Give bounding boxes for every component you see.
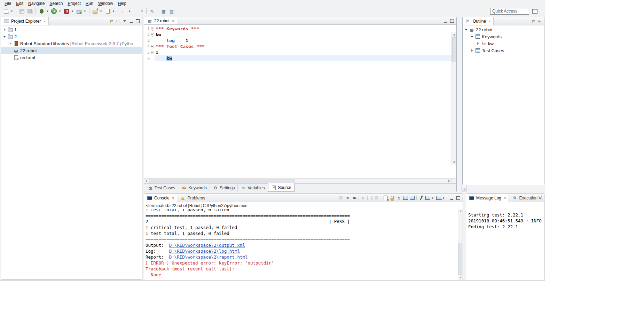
outline-item-test-cases[interactable]: Test Cases [463, 47, 544, 54]
minimize-button[interactable] [448, 195, 455, 201]
editor-tab-22-robot[interactable]: 22.robot× [144, 17, 177, 24]
project-item-2[interactable]: 2 [1, 33, 142, 40]
scroll-right-button[interactable] [447, 179, 451, 183]
editor-body[interactable]: 1*** Keywords ***2kw3 log 14*** Test Cas… [144, 25, 456, 178]
scroll-down-button[interactable] [452, 160, 456, 165]
maximize-button[interactable] [455, 195, 462, 201]
scroll-down-button[interactable] [458, 275, 463, 280]
link-with-editor-button[interactable] [530, 18, 536, 24]
message-log-tab-execution-vi[interactable]: Execution Vi... [509, 194, 544, 202]
console-file-link[interactable]: D:\RED\workspace\2\report.html [169, 254, 248, 260]
remove-launch-button[interactable] [344, 195, 351, 201]
link-with-editor-button[interactable] [108, 18, 115, 24]
suspend-button[interactable] [367, 195, 373, 201]
code-line-3[interactable]: 3 log 1 [144, 38, 451, 44]
open-resource-button[interactable] [104, 7, 111, 15]
close-icon[interactable]: × [172, 196, 174, 200]
terminate-button[interactable] [338, 195, 344, 201]
page-tab-source[interactable]: Source [268, 183, 294, 192]
fold-collapse-icon[interactable] [150, 26, 155, 32]
message-log-tab-message-log[interactable]: Message Log× [466, 194, 509, 202]
maximize-button[interactable] [134, 18, 141, 24]
last-edit-location-button[interactable] [148, 7, 156, 15]
scroll-lock-button[interactable] [389, 195, 395, 201]
fold-collapse-icon[interactable] [150, 49, 155, 55]
new-folder-dropdown-icon[interactable] [99, 9, 103, 13]
menu-project[interactable]: Project [65, 1, 83, 6]
open-perspective-button[interactable] [531, 7, 539, 15]
pin-console-button[interactable] [418, 195, 424, 201]
toggle-grid-view-button[interactable] [168, 7, 175, 15]
editor-horizontal-scrollbar[interactable] [144, 178, 451, 183]
minimize-button[interactable] [442, 17, 449, 24]
scrollbar-thumb[interactable] [452, 37, 456, 62]
display-console-button[interactable] [424, 195, 431, 201]
menu-window[interactable]: Window [96, 1, 116, 6]
terminate-all-button[interactable] [373, 195, 380, 201]
minimize-button[interactable] [128, 18, 134, 24]
scroll-left-button[interactable] [144, 179, 149, 183]
run-button[interactable] [50, 7, 58, 15]
close-icon[interactable]: × [504, 196, 506, 200]
expander-collapsed-icon[interactable] [8, 40, 13, 47]
scrollbar-thumb[interactable] [149, 179, 295, 183]
page-tab-test-cases[interactable]: Test Cases [145, 184, 178, 192]
outline-item-22-robot[interactable]: 22.robot [463, 26, 544, 33]
forward-dropdown-icon[interactable] [140, 9, 144, 13]
page-tab-keywords[interactable]: Keywords [178, 184, 210, 192]
sort-button[interactable] [536, 18, 543, 24]
editor-vertical-scrollbar[interactable] [451, 32, 456, 165]
clear-console-button[interactable] [382, 195, 389, 201]
menu-run[interactable]: Run [83, 1, 96, 6]
remove-all-terminated-button[interactable] [351, 195, 358, 201]
collapse-outline-button[interactable] [462, 186, 466, 191]
external-tools-button[interactable] [75, 7, 83, 15]
page-tab-variables[interactable]: Variables [238, 184, 268, 192]
console-file-link[interactable]: D:\RED\workspace\2\output.xml [169, 243, 245, 248]
show-on-stdout-button[interactable] [402, 195, 409, 201]
scroll-up-button[interactable] [452, 32, 456, 37]
menu-search[interactable]: Search [47, 1, 65, 6]
open-console-dropdown-icon[interactable] [442, 196, 445, 200]
scroll-up-button[interactable] [458, 209, 463, 214]
code-line-1[interactable]: 1*** Keywords *** [144, 26, 451, 32]
expander-collapsed-icon[interactable] [475, 40, 481, 47]
outline-item-kw[interactable]: kw [463, 40, 544, 47]
console-file-link[interactable]: D:\RED\workspace\2\log.html [169, 249, 240, 254]
display-console-dropdown-icon[interactable] [431, 196, 434, 200]
fold-collapse-icon[interactable] [150, 44, 155, 49]
new-button[interactable] [2, 7, 10, 15]
expander-collapsed-icon[interactable] [2, 26, 7, 33]
debug-button[interactable] [38, 7, 45, 15]
project-item-red-xml[interactable]: red.xml [1, 54, 142, 61]
console-vertical-scrollbar[interactable] [458, 209, 463, 280]
console-tab-console[interactable]: Console× [144, 194, 177, 202]
expander-expanded-icon[interactable] [463, 26, 469, 33]
open-resource-dropdown-icon[interactable] [112, 9, 115, 13]
code-line-6[interactable]: 6 kw [144, 55, 451, 61]
external-tools-dropdown-icon[interactable] [83, 9, 87, 13]
page-tab-settings[interactable]: Settings [210, 184, 238, 192]
run-config-dropdown-icon[interactable] [71, 9, 74, 13]
run-config-button[interactable] [63, 7, 70, 15]
fold-collapse-icon[interactable] [150, 32, 155, 38]
code-line-4[interactable]: 4*** Test Cases *** [144, 44, 451, 49]
new-dropdown-icon[interactable] [10, 9, 14, 13]
project-item-robot-standard-libraries[interactable]: Robot Standard libraries [Robot Framewor… [1, 40, 142, 47]
close-icon[interactable]: × [488, 19, 490, 23]
quick-access-input[interactable]: Quick Access [490, 8, 529, 15]
debug-dropdown-icon[interactable] [46, 9, 49, 13]
collapse-all-button[interactable] [115, 18, 121, 24]
word-wrap-button[interactable] [395, 195, 402, 201]
scrollbar-thumb[interactable] [458, 243, 462, 275]
menu-navigate[interactable]: Navigate [26, 1, 47, 6]
menu-edit[interactable]: Edit [14, 1, 26, 6]
save-all-button[interactable] [26, 7, 34, 15]
run-dropdown-icon[interactable] [58, 9, 62, 13]
forward-button[interactable] [132, 7, 140, 15]
project-explorer-tab-project-explorer[interactable]: Project Explorer× [1, 17, 49, 25]
view-menu-button[interactable] [121, 18, 128, 24]
back-dropdown-icon[interactable] [128, 9, 131, 13]
open-console-button[interactable] [435, 195, 442, 201]
menu-file[interactable]: File [2, 1, 14, 6]
